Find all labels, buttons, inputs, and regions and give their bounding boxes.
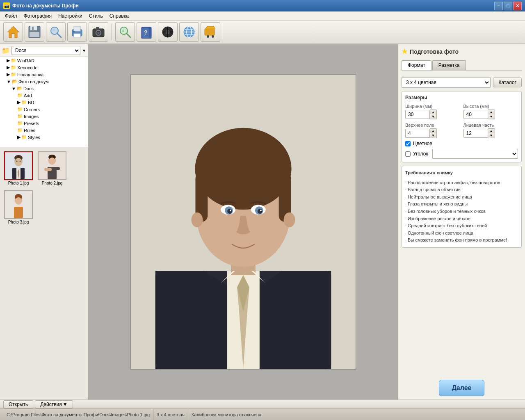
svg-rect-11 [73,31,75,32]
req-item-3: · Нейтральное выражение лица [405,194,518,201]
camera-btn[interactable] [89,22,108,42]
width-down[interactable]: ▼ [430,114,436,119]
menu-style[interactable]: Стиль [86,12,106,20]
face-input[interactable] [463,129,488,138]
thumbnail-photo2[interactable]: Photo 2.jpg [37,151,67,186]
maximize-button[interactable]: □ [504,2,512,10]
tree-item-new-folder[interactable]: ▶ 📁 Новая папка [0,71,88,78]
height-up[interactable]: ▲ [488,110,495,114]
format-dropdown[interactable]: 3 х 4 цветная 3.5 х 4.5 4 х 6 Паспорт [402,77,491,88]
svg-point-77 [191,212,203,227]
svg-rect-49 [44,168,52,171]
web-btn[interactable] [179,22,199,42]
svg-point-34 [207,35,209,38]
menu-file[interactable]: Файл [2,12,21,20]
help-btn[interactable]: ? [137,22,156,42]
svg-rect-16 [96,27,99,30]
color-label[interactable]: Цветное [413,141,432,146]
corner-checkbox[interactable] [405,151,411,157]
folder-expand-icon[interactable]: ▼ [82,48,86,53]
folder-open-icon: ▼ [11,86,16,91]
actions-button[interactable]: Действия ▼ [35,400,73,409]
video-btn[interactable] [158,22,178,42]
print-btn[interactable] [67,22,87,42]
face-up[interactable]: ▲ [488,129,495,133]
top-margin-input[interactable] [405,129,430,138]
folder-dropdown[interactable]: Docs [11,46,80,55]
tree-item-corners[interactable]: 📁 Corners [0,106,88,113]
tree-item-photo-docs[interactable]: ▼ 📂 Фото на докум [0,78,88,85]
req-item-9: · Вы сможете заменить фон прямо в програ… [405,237,518,244]
cart-btn[interactable] [201,22,220,42]
tree-item-docs[interactable]: ▼ 📂 Docs [0,85,88,92]
thumbnail-area: Photo 1.jpg Ph [0,147,88,399]
window-controls: − □ ✕ [494,2,522,10]
panel-title-text: Подготовка фото [410,48,459,55]
format-tabs: Формат Разметка [402,60,522,71]
height-input-row: ▲ ▼ [463,110,518,119]
thumbnail-img-2 [38,151,66,180]
next-button[interactable]: Далее [439,380,484,396]
toolbar: + ? [0,21,525,44]
thumbnail-photo3[interactable]: Photo 3.jpg [3,189,34,225]
height-input[interactable] [463,110,488,119]
folder-icon: 📁 [17,93,23,98]
file-tree[interactable]: ▶ 📁 WinRAR ▶ 📁 Xenocode ▶ 📁 Новая папка … [0,57,88,147]
status-path: C:\Program Files\Фото на документы Профи… [3,409,153,420]
folder-icon: 📁 [21,100,27,105]
color-checkbox[interactable] [405,141,411,146]
toolbar-separator-1 [112,24,112,40]
tree-item-xenocode[interactable]: ▶ 📁 Xenocode [0,64,88,71]
dimensions-title: Размеры [405,95,518,100]
home-btn[interactable] [3,22,23,42]
top-margin-spinner: ▲ ▼ [430,128,437,138]
face-label: Лицевая часть [463,123,518,128]
svg-point-35 [212,35,214,38]
tree-item-images[interactable]: 📁 Images [0,113,88,120]
tree-item-presets[interactable]: 📁 Presets [0,120,88,127]
minimize-button[interactable]: − [494,2,503,10]
menu-help[interactable]: Справка [106,12,132,20]
catalog-button[interactable]: Каталог [493,78,522,87]
req-item-7: · Средний контраст без глубоких теней [405,222,518,230]
thumbnail-photo1[interactable]: Photo 1.jpg [3,151,34,186]
tree-item-rules[interactable]: 📁 Rules [0,127,88,134]
search-btn[interactable] [46,22,66,42]
face-down[interactable]: ▼ [488,133,495,138]
tab-format[interactable]: Формат [402,60,431,70]
main-photo-frame [130,74,356,370]
folder-icon: 📁 [21,135,27,140]
folder-icon: 📁 [2,47,10,55]
menu-settings[interactable]: Настройки [55,12,86,20]
height-down[interactable]: ▼ [488,114,495,119]
svg-point-74 [257,209,262,214]
width-label: Ширина (мм) [405,104,460,109]
svg-text:+: + [122,29,124,33]
svg-point-15 [97,32,100,34]
corner-dropdown[interactable] [432,149,518,159]
close-button[interactable]: ✕ [513,2,522,10]
top-margin-up[interactable]: ▲ [430,129,436,133]
tree-item-add[interactable]: 📁 Add [0,92,88,99]
svg-rect-4 [30,32,39,37]
width-up[interactable]: ▲ [430,110,436,114]
svg-point-75 [230,210,231,211]
menu-photo[interactable]: Фотография [21,12,55,20]
height-field: Высота (мм) ▲ ▼ [463,104,518,119]
open-button[interactable]: Открыть [3,400,33,409]
tree-item-bd[interactable]: ▶ 📁 BD [0,99,88,106]
zoom-btn[interactable]: + [115,22,135,42]
face-input-row: ▲ ▼ [463,128,518,138]
folder-icon: 📁 [17,128,23,133]
thumbnail-img-1 [4,151,33,180]
width-input[interactable] [405,110,430,119]
save-btn[interactable] [25,22,44,42]
svg-rect-9 [74,26,80,31]
corner-label[interactable]: Уголок [413,151,428,157]
folder-icon: 📁 [17,114,23,119]
tree-item-winrar[interactable]: ▶ 📁 WinRAR [0,57,88,64]
tab-layout[interactable]: Разметка [432,60,466,70]
tree-item-styles[interactable]: ▶ 📁 Styles [0,134,88,141]
folder-closed-icon: ▶ [7,58,10,63]
top-margin-down[interactable]: ▼ [430,133,436,138]
